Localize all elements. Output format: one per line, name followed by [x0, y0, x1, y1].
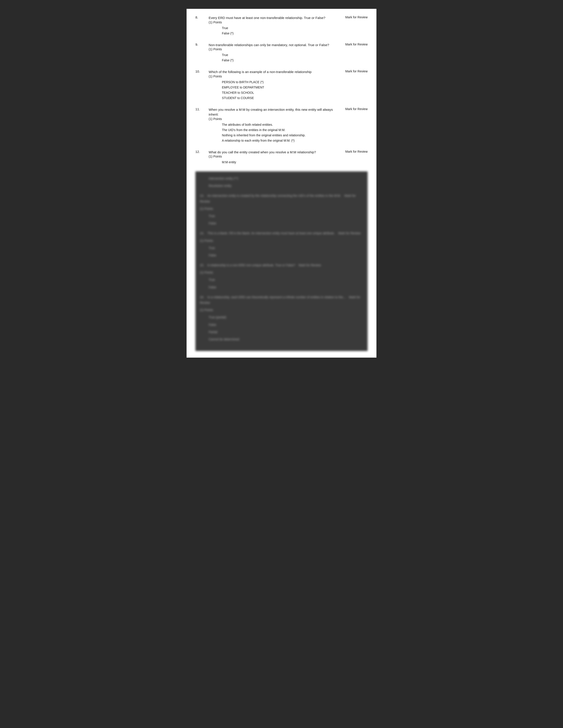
question-9-number: 9.	[195, 43, 209, 46]
question-11-text: When you resolve a M:M by creating an in…	[209, 107, 341, 117]
question-9-points: (1) Points	[209, 47, 368, 51]
question-9-option-0: True	[222, 53, 368, 57]
question-9: 9. Non-transferable relationships can on…	[195, 43, 368, 64]
blur-overlay-content: Intersection entity (**) Resolution enti…	[195, 171, 368, 351]
question-12-text: What do you call the entity created when…	[209, 150, 341, 155]
question-9-body: Non-transferable relationships can only …	[209, 43, 368, 64]
question-11-points: (1) Points	[209, 117, 368, 121]
question-12-number: 12.	[195, 150, 209, 154]
question-9-text: Non-transferable relationships can only …	[209, 43, 341, 48]
question-9-option-1: False (*)	[222, 58, 368, 63]
mark-for-review-12[interactable]: Mark for Review	[345, 150, 368, 153]
mark-for-review-9[interactable]: Mark for Review	[345, 43, 368, 46]
question-8-option-0: True	[222, 26, 368, 30]
question-8-text: Every ERD must have at least one non-tra…	[209, 15, 341, 21]
question-10-text: Which of the following is an example of …	[209, 69, 341, 75]
question-11-option-0: The attributes of both related entities.	[222, 122, 368, 127]
question-11-body: When you resolve a M:M by creating an in…	[209, 107, 368, 144]
mark-for-review-11[interactable]: Mark for Review	[345, 107, 368, 111]
question-8-option-1: False (*)	[222, 31, 368, 36]
question-11-option-1: The UID's from the entities in the origi…	[222, 128, 368, 132]
question-10-body: Which of the following is an example of …	[209, 69, 368, 101]
question-11-number: 11.	[195, 107, 209, 111]
question-10-number: 10.	[195, 69, 209, 73]
question-12-option-0: M:M entity	[222, 160, 368, 165]
blurred-section: Intersection entity (**) Resolution enti…	[195, 171, 368, 351]
page-container: 8. Every ERD must have at least one non-…	[186, 9, 377, 358]
question-8-points: (1) Points	[209, 21, 368, 24]
mark-for-review-10[interactable]: Mark for Review	[345, 69, 368, 73]
question-8-number: 8.	[195, 15, 209, 19]
question-8: 8. Every ERD must have at least one non-…	[195, 15, 368, 36]
question-8-body: Every ERD must have at least one non-tra…	[209, 15, 368, 36]
question-12-points: (1) Points	[209, 155, 368, 158]
question-12: 12. What do you call the entity created …	[195, 150, 368, 165]
question-10-option-1: EMPLOYEE to DEPARTMENT	[222, 85, 368, 90]
question-10-option-3: STUDENT to COURSE	[222, 96, 368, 100]
question-10-option-0: PERSON to BIRTH PLACE (*)	[222, 80, 368, 84]
question-12-body: What do you call the entity created when…	[209, 150, 368, 165]
question-11-option-3: A relationship to each entity from the o…	[222, 138, 368, 143]
question-10: 10. Which of the following is an example…	[195, 69, 368, 101]
question-10-points: (1) Points	[209, 75, 368, 78]
question-11-option-2: Nothing is inherited from the original e…	[222, 133, 368, 138]
mark-for-review-8[interactable]: Mark for Review	[345, 15, 368, 19]
question-11: 11. When you resolve a M:M by creating a…	[195, 107, 368, 144]
question-10-option-2: TEACHER to SCHOOL	[222, 90, 368, 95]
